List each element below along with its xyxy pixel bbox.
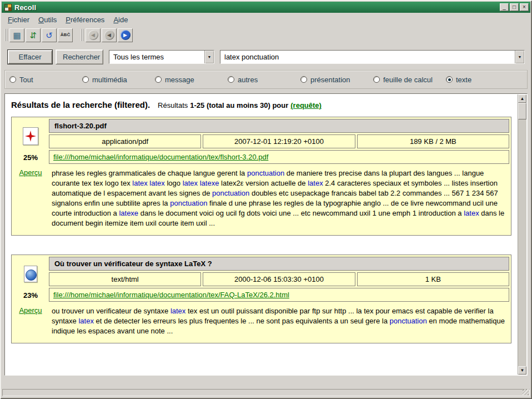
document-history-button[interactable]: ↺ [42,28,57,42]
app-icon [4,4,12,11]
result-url-row: file:///home/michael/informatique/docume… [49,288,509,302]
results-scrollbar[interactable]: ▲ ▼ [518,94,526,375]
first-page-button[interactable]: ◀ [86,28,101,42]
highlighted-term: latex [464,209,479,217]
result-url-link[interactable]: file:///home/michael/informatique/docume… [53,153,268,161]
summary-count: 1-25 (total au moins 30) pour [190,101,288,109]
search-row: Effacer Rechercher Tous les termes ▼ ▼ [7,49,525,64]
search-query-combobox[interactable]: ▼ [220,50,525,64]
search-button[interactable]: Rechercher [56,49,103,64]
result-item: 23% Aperçu Où trouver un vérificateur de… [11,255,511,343]
doc-type-icon [21,126,41,147]
radio-icon [228,76,234,83]
filter-radio-multimedia[interactable]: multimédia [82,76,155,84]
preview-link[interactable]: Aperçu [19,306,42,315]
clear-search-button[interactable]: ▦ [9,28,24,42]
result-left-column: 25% Aperçu [13,119,48,233]
results-panel: Résultats de la recherche (filtered).Rés… [4,93,528,376]
highlighted-term: latex [170,307,185,315]
search-mode-value: Tous les termes [109,53,204,61]
toolbar-handle[interactable] [4,29,7,41]
filter-label: présentation [310,76,350,84]
result-url-link[interactable]: file:///home/michael/informatique/docume… [53,291,289,299]
titlebar[interactable]: Recoll _ □ × [2,2,530,13]
highlighted-term: ponctuation [170,199,207,207]
highlighted-term: ponctuation [212,189,249,197]
highlighted-term: latexe [200,179,219,187]
menu-item-outils[interactable]: Outils [34,14,61,25]
query-dropdown-button[interactable]: ▼ [515,51,524,63]
clear-button[interactable]: Effacer [7,49,53,64]
highlighted-term: latex [149,179,164,187]
filter-label: multimédia [92,76,127,84]
results-summary: Résultats1-25 (total au moins 30) pour(r… [158,101,322,109]
highlighted-term: latex [132,179,147,187]
resize-grip[interactable] [523,389,529,395]
result-date: 2000-12-06 15:03:30 +0100 [203,272,355,286]
menu-item-aide[interactable]: Aide [109,14,132,25]
menu-item-preferences[interactable]: Préférences [61,14,109,25]
sort-by-date-button[interactable]: ⇵ [26,28,41,42]
highlighted-term: ponctuation [247,169,284,177]
result-snippet: phrase les regles grammaticales de chaqu… [49,166,509,233]
relevance-percent: 23% [23,291,38,300]
filter-radio-presentation[interactable]: présentation [300,76,373,84]
doc-type-icon [21,263,41,285]
mode-dropdown-button[interactable]: ▼ [204,51,214,63]
radio-icon [373,76,380,83]
previous-page-button[interactable]: ◀ [102,28,117,42]
filter-bar: Toutmultimédiamessageautresprésentationf… [4,70,528,89]
toolbar-handle[interactable] [81,29,83,41]
radio-icon [446,76,453,83]
next-page-icon: ▶ [121,30,131,40]
chevron-down-icon: ▼ [518,55,522,59]
radio-icon [155,76,162,83]
document-history-icon: ↺ [46,31,53,39]
highlighted-term: latex [308,179,323,187]
filter-radio-autres[interactable]: autres [228,76,300,84]
result-url-row: file:///home/michael/informatique/docume… [49,150,509,164]
first-page-icon: ◀ [88,30,98,40]
result-mime: text/html [49,272,201,286]
result-date: 2007-12-01 12:19:20 +0100 [203,134,355,148]
result-left-column: 23% Aperçu [13,257,48,341]
highlighted-term: latex [78,317,93,325]
highlighted-term: ponctuation [389,317,426,325]
preview-link[interactable]: Aperçu [19,168,42,177]
next-page-button[interactable]: ▶ [118,28,133,42]
recoll-window: Recoll _ □ × FichierOutilsPréférencesAid… [0,0,532,399]
scroll-down-button[interactable]: ▼ [518,366,526,375]
sort-by-date-icon: ⇵ [29,31,37,39]
filter-radio-feuille-de-calcul[interactable]: feuille de calcul [373,76,446,84]
chevron-down-icon: ▼ [208,55,212,59]
result-item: 25% Aperçu flshort-3.20.pdf application/… [11,117,511,236]
result-mime: application/pdf [49,134,201,148]
result-size: 1 KB [357,272,509,286]
highlighted-term: latex [183,179,198,187]
search-query-input[interactable] [220,53,515,61]
results-title: Résultats de la recherche (filtered). [11,100,150,109]
results-content: Résultats de la recherche (filtered).Rés… [6,94,517,375]
scroll-up-button[interactable]: ▲ [518,94,526,103]
filter-radio-texte[interactable]: texte [446,76,471,84]
result-size: 189 KB / 2 MB [357,134,509,148]
scrollbar-thumb[interactable] [518,103,526,119]
arrow-up-icon: ▲ [520,97,525,101]
arrow-down-icon: ▼ [520,368,525,373]
status-bar [2,389,530,396]
result-meta-row: application/pdf 2007-12-01 12:19:20 +010… [49,134,509,148]
result-title: Où trouver un vérificateur de syntaxe La… [49,257,509,271]
close-button[interactable]: × [520,3,529,11]
filter-radio-tout[interactable]: Tout [9,76,82,84]
term-explorer-button[interactable]: ÂBĈ [58,28,73,42]
term-explorer-icon: ÂBĈ [61,33,70,37]
maximize-button[interactable]: □ [510,3,519,11]
toolbar: ▦⇵↺ÂBĈ ◀◀▶ [4,27,140,43]
result-title: flshort-3.20.pdf [49,119,509,133]
search-mode-combobox[interactable]: Tous les termes ▼ [109,50,214,64]
previous-page-icon: ◀ [104,30,114,40]
query-link[interactable]: (requête) [290,101,322,109]
filter-radio-message[interactable]: message [155,76,228,84]
minimize-button[interactable]: _ [500,3,509,11]
menu-item-fichier[interactable]: Fichier [3,14,34,25]
